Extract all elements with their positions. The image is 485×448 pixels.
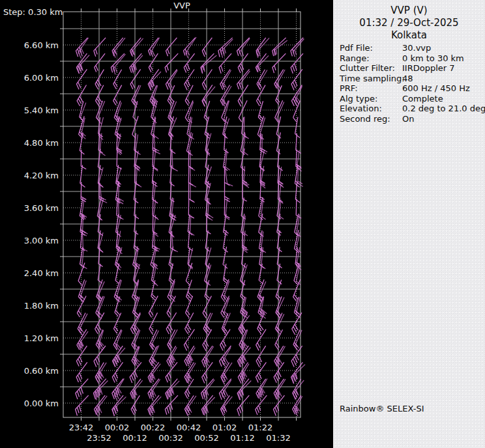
svg-text:01:02: 01:02 <box>213 423 237 432</box>
svg-text:00:42: 00:42 <box>177 423 201 432</box>
svg-text:4.80 km: 4.80 km <box>24 138 59 148</box>
field-label: Pdf File: <box>340 43 402 53</box>
brand-label: Rainbow® SELEX-SI <box>340 404 424 413</box>
field-label: Second reg: <box>340 114 402 124</box>
vvp-product-screen: Step: 0.30 km VVP 6.60 km6.00 km5.40 km4… <box>0 0 485 448</box>
field-value: 600 Hz / 450 Hz <box>402 83 484 94</box>
svg-text:00:32: 00:32 <box>158 433 183 443</box>
field-value: 30.vvp <box>402 43 484 53</box>
field-label: Elevation: <box>340 104 402 114</box>
field-value: 48 <box>402 74 484 84</box>
svg-text:1.80 km: 1.80 km <box>24 301 59 311</box>
svg-text:00:02: 00:02 <box>105 423 129 432</box>
svg-text:1.20 km: 1.20 km <box>24 333 59 343</box>
y-axis-labels: 6.60 km6.00 km5.40 km4.80 km4.20 km3.60 … <box>24 40 59 408</box>
field-label: Alg type: <box>340 94 402 104</box>
field-row-time-sampling: Time sampling:48 <box>340 74 484 84</box>
field-value: IIRDoppler 7 <box>402 63 484 74</box>
svg-text:3.60 km: 3.60 km <box>24 203 59 213</box>
svg-text:23:42: 23:42 <box>69 423 93 432</box>
field-label: Clutter Filter: <box>340 63 402 74</box>
x-axis-labels: 23:4200:0200:2200:4201:0201:2223:5200:12… <box>69 423 291 443</box>
field-value: On <box>402 114 484 124</box>
svg-text:00:12: 00:12 <box>123 433 147 443</box>
field-row-alg-type: Alg type:Complete <box>340 94 484 104</box>
product-fields: Pdf File:30.vvp Range:0 km to 30 km Clut… <box>340 43 484 124</box>
field-row-pdf-file: Pdf File:30.vvp <box>340 43 484 53</box>
field-label: Range: <box>340 53 402 64</box>
field-value: 0 km to 30 km <box>402 53 484 64</box>
info-panel: VVP (V) 01:32 / 29-Oct-2025 Kolkata Pdf … <box>333 0 485 448</box>
field-row-prf: PRF:600 Hz / 450 Hz <box>340 83 484 94</box>
field-row-clutter-filter: Clutter Filter:IIRDoppler 7 <box>340 63 484 74</box>
svg-text:5.40 km: 5.40 km <box>24 105 59 115</box>
svg-text:6.60 km: 6.60 km <box>24 40 59 50</box>
svg-text:01:22: 01:22 <box>248 423 272 432</box>
svg-text:23:52: 23:52 <box>87 433 111 443</box>
svg-text:0.00 km: 0.00 km <box>24 399 59 408</box>
svg-text:00:22: 00:22 <box>141 423 165 432</box>
svg-text:01:12: 01:12 <box>230 433 254 443</box>
field-label: PRF: <box>340 83 402 94</box>
svg-text:4.20 km: 4.20 km <box>24 171 59 180</box>
svg-text:6.00 km: 6.00 km <box>24 73 59 83</box>
field-row-second-reg: Second reg:On <box>340 114 484 124</box>
wind-barb-plot: 6.60 km6.00 km5.40 km4.80 km4.20 km3.60 … <box>0 0 333 448</box>
field-label: Time sampling: <box>340 74 402 84</box>
field-value: Complete <box>402 94 484 104</box>
product-name: VVP (V) <box>333 5 485 17</box>
field-value: 0.2 deg to 21.0 deg <box>402 104 485 114</box>
svg-text:00:52: 00:52 <box>194 433 218 443</box>
field-row-elevation: Elevation:0.2 deg to 21.0 deg <box>340 104 484 114</box>
field-row-range: Range:0 km to 30 km <box>340 53 484 64</box>
svg-text:2.40 km: 2.40 km <box>24 268 59 278</box>
product-site: Kolkata <box>333 29 485 42</box>
svg-text:01:32: 01:32 <box>266 433 290 443</box>
product-datetime: 01:32 / 29-Oct-2025 <box>333 17 485 29</box>
svg-text:3.00 km: 3.00 km <box>24 236 59 245</box>
svg-text:0.60 km: 0.60 km <box>24 366 59 376</box>
panel-title-block: VVP (V) 01:32 / 29-Oct-2025 Kolkata <box>333 0 485 42</box>
